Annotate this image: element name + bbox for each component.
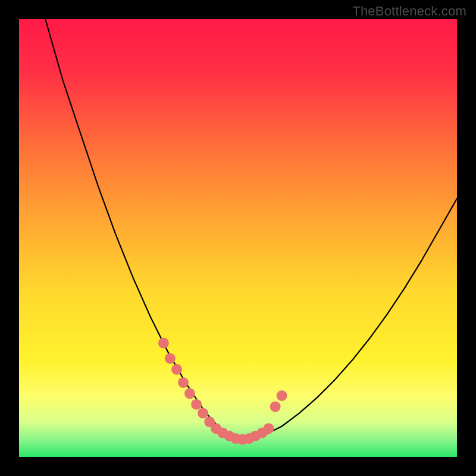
- curve-marker: [191, 399, 202, 410]
- curve-marker: [178, 377, 189, 388]
- chart-frame: TheBottleneck.com: [0, 0, 476, 476]
- bottleneck-curve-path: [45, 19, 457, 440]
- curve-marker: [270, 401, 281, 412]
- curve-marker: [198, 408, 208, 418]
- marker-group: [158, 338, 287, 445]
- curve-layer: [19, 19, 457, 457]
- curve-marker: [277, 390, 287, 401]
- watermark-text: TheBottleneck.com: [352, 4, 466, 19]
- curve-marker: [264, 423, 274, 434]
- curve-marker: [171, 364, 182, 375]
- curve-marker: [184, 388, 195, 399]
- curve-marker: [165, 353, 176, 364]
- plot-area: [19, 19, 457, 457]
- curve-marker: [158, 338, 169, 349]
